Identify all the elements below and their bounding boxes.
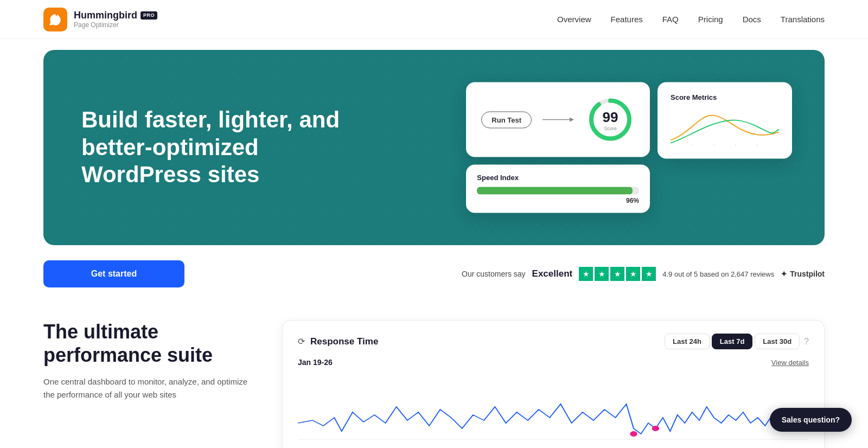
trust-stars: ★ ★ ★ ★ ★: [579, 267, 656, 281]
trust-rating-text: 4.9 out of 5 based on 2,647 reviews: [662, 270, 774, 278]
star-1: ★: [579, 267, 593, 281]
pro-badge: PRO: [141, 11, 157, 20]
speed-bar-fill: [477, 187, 633, 195]
line-chart-svg: [298, 374, 809, 448]
score-value: 99: [603, 108, 618, 125]
speed-index-card: Speed Index 96%: [466, 165, 650, 213]
trustpilot-logo: ✦ Trustpilot: [781, 270, 825, 278]
arrow-connector: [542, 116, 575, 124]
hero-content: Build faster, lighter, and better-optimi…: [43, 74, 378, 221]
performance-section: The ultimate performance suite One centr…: [0, 309, 868, 448]
nav-link-overview[interactable]: Overview: [557, 15, 591, 24]
response-time-card: ⟳ Response Time Last 24h Last 7d Last 30…: [282, 320, 825, 448]
cta-trust-row: Get started Our customers say Excellent …: [0, 260, 868, 287]
filter-last7d[interactable]: Last 7d: [712, 334, 753, 349]
star-5: ★: [642, 267, 656, 281]
performance-title: The ultimate performance suite: [43, 320, 250, 367]
response-title: Response Time: [310, 336, 378, 347]
hummingbird-icon: [48, 12, 62, 27]
performance-desc: One central dashboard to monitor, analyz…: [43, 375, 250, 401]
hero-section: Build faster, lighter, and better-optimi…: [43, 50, 825, 245]
performance-text: The ultimate performance suite One centr…: [43, 320, 250, 401]
time-filters: Last 24h Last 7d Last 30d: [665, 334, 800, 349]
response-date-row: Jan 19-26 View details: [298, 358, 809, 367]
star-3: ★: [610, 267, 624, 281]
hero-title: Build faster, lighter, and better-optimi…: [81, 106, 340, 188]
score-label: Score: [604, 125, 617, 131]
get-started-button[interactable]: Get started: [43, 260, 184, 287]
view-details-link[interactable]: View details: [771, 359, 809, 367]
metrics-title: Score Metrics: [671, 93, 779, 101]
help-icon[interactable]: ?: [804, 337, 809, 347]
score-donut: 99 Score: [586, 95, 635, 144]
filter-last30d[interactable]: Last 30d: [755, 334, 800, 349]
arrow-line: [542, 116, 575, 124]
svg-point-10: [630, 431, 637, 437]
logo-text: Hummingbird PRO Page Optimizer: [74, 10, 157, 29]
logo-icon: [43, 8, 67, 31]
sales-question-bubble[interactable]: Sales question?: [770, 408, 852, 432]
response-controls: Last 24h Last 7d Last 30d ?: [665, 334, 809, 349]
logo-name: Hummingbird PRO: [74, 10, 157, 22]
logo-sub: Page Optimizer: [74, 21, 157, 29]
nav-link-features[interactable]: Features: [611, 15, 643, 24]
metrics-chart: [671, 108, 779, 146]
response-date: Jan 19-26: [298, 358, 333, 367]
filter-last24h[interactable]: Last 24h: [665, 334, 710, 349]
response-header: ⟳ Response Time Last 24h Last 7d Last 30…: [298, 334, 809, 349]
nav-link-faq[interactable]: FAQ: [662, 15, 679, 24]
speed-bar-bg: [477, 187, 639, 195]
nav-logo: Hummingbird PRO Page Optimizer: [43, 8, 157, 31]
hero-widgets: Run Test: [466, 82, 792, 213]
nav-link-translations[interactable]: Translations: [781, 15, 825, 24]
excellent-label: Excellent: [532, 268, 573, 279]
our-customers-label: Our customers say: [462, 270, 525, 278]
trustpilot-brand: Trustpilot: [790, 270, 825, 278]
star-2: ★: [595, 267, 609, 281]
trustpilot-icon: ✦: [781, 270, 787, 278]
svg-point-11: [652, 426, 659, 431]
trustpilot-section: Our customers say Excellent ★ ★ ★ ★ ★ 4.…: [462, 267, 825, 281]
nav-link-docs[interactable]: Docs: [743, 15, 761, 24]
score-card: Run Test: [466, 82, 650, 157]
run-test-button[interactable]: Run Test: [481, 111, 532, 128]
svg-marker-1: [570, 118, 574, 122]
hero-widget-row: Run Test: [466, 82, 792, 213]
speed-label: Speed Index: [477, 174, 639, 182]
star-4: ★: [626, 267, 640, 281]
nav-link-pricing[interactable]: Pricing: [698, 15, 723, 24]
response-line-chart: [298, 374, 809, 448]
nav-links: Overview Features FAQ Pricing Docs Trans…: [557, 15, 825, 24]
donut-center: 99 Score: [586, 95, 635, 144]
navbar: Hummingbird PRO Page Optimizer Overview …: [0, 0, 868, 39]
response-title-row: ⟳ Response Time: [298, 336, 378, 347]
speed-pct: 96%: [477, 197, 639, 204]
response-icon: ⟳: [298, 336, 305, 347]
metrics-card: Score Metrics: [658, 82, 792, 159]
